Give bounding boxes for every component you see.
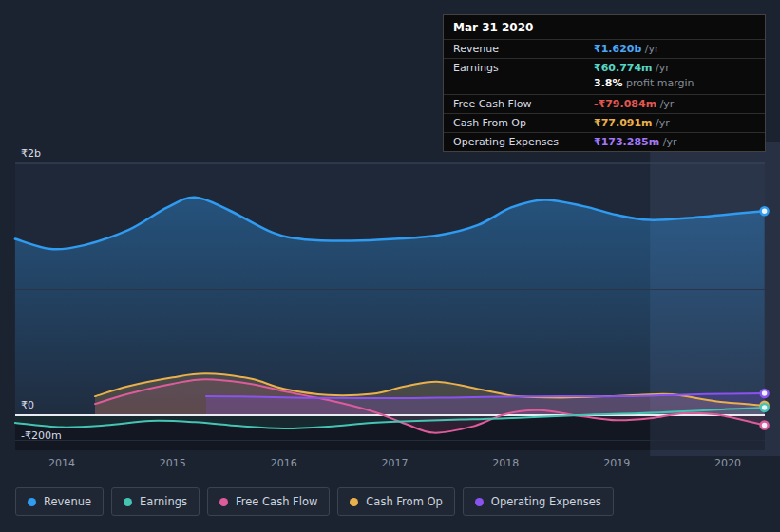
tooltip-row-operating-expenses: Operating Expenses ₹173.285m /yr xyxy=(444,132,765,151)
y-axis-label: -₹200m xyxy=(21,429,62,442)
tooltip-label: Free Cash Flow xyxy=(453,98,594,110)
tooltip-value: ₹1.620b xyxy=(594,43,641,55)
tooltip-suffix: /yr xyxy=(659,136,676,148)
tooltip-value: -₹79.084m xyxy=(594,98,656,110)
tooltip-label: Earnings xyxy=(453,62,594,74)
tooltip-value: ₹173.285m xyxy=(594,136,659,148)
legend-item-revenue[interactable]: Revenue xyxy=(15,487,104,516)
tooltip-row-revenue: Revenue ₹1.620b /yr xyxy=(444,39,765,58)
tooltip-suffix: /yr xyxy=(656,98,674,110)
free-cash-flow-series-dot-icon xyxy=(219,498,228,506)
legend-label: Revenue xyxy=(44,495,91,508)
tooltip-row-cash-from-op: Cash From Op ₹77.091m /yr xyxy=(444,113,765,132)
tooltip-value: 3.8% xyxy=(594,77,623,89)
tooltip-value: ₹60.774m xyxy=(594,62,653,74)
legend-item-earnings[interactable]: Earnings xyxy=(111,487,200,516)
revenue-series-dot-icon xyxy=(28,498,36,506)
legend-label: Earnings xyxy=(140,495,187,508)
cash-from-op-series-dot-icon xyxy=(350,498,358,506)
earnings-series-dot-icon xyxy=(124,498,132,506)
tooltip-suffix: /yr xyxy=(653,62,670,74)
x-axis-label: 2016 xyxy=(271,457,297,469)
x-axis-label: 2020 xyxy=(714,457,741,469)
tooltip-date: Mar 31 2020 xyxy=(444,15,765,39)
legend-item-operating-expenses[interactable]: Operating Expenses xyxy=(463,487,614,516)
chart-legend: Revenue Earnings Free Cash Flow Cash Fro… xyxy=(15,487,614,516)
legend-label: Operating Expenses xyxy=(491,495,601,508)
tooltip-label: Cash From Op xyxy=(453,117,594,129)
tooltip-label: Revenue xyxy=(453,43,594,55)
x-axis-label: 2018 xyxy=(492,457,519,469)
tooltip-label: Operating Expenses xyxy=(453,136,594,148)
operating-expenses-series-dot-icon xyxy=(475,498,484,506)
x-axis-label: 2014 xyxy=(48,457,75,469)
series-endpoint-operating-expenses xyxy=(761,390,769,397)
x-axis-label: 2019 xyxy=(603,457,630,469)
legend-label: Cash From Op xyxy=(366,495,443,508)
legend-item-cash-from-op[interactable]: Cash From Op xyxy=(337,487,455,516)
tooltip-suffix: /yr xyxy=(653,117,670,129)
legend-label: Free Cash Flow xyxy=(236,495,317,508)
tooltip-value: ₹77.091m xyxy=(594,117,653,129)
series-endpoint-free-cash-flow xyxy=(761,422,769,429)
x-axis-label: 2017 xyxy=(382,457,409,469)
y-axis-label: ₹2b xyxy=(21,147,41,160)
tooltip-row-profit-margin: 3.8% profit margin xyxy=(444,77,765,94)
series-endpoint-revenue xyxy=(761,207,769,215)
stock-financials-chart-page: ₹2b₹0-₹200m2014201520162017201820192020 … xyxy=(0,0,780,532)
chart-tooltip: Mar 31 2020 Revenue ₹1.620b /yr Earnings… xyxy=(443,14,766,152)
tooltip-suffix: profit margin xyxy=(623,77,694,89)
tooltip-row-earnings: Earnings ₹60.774m /yr xyxy=(444,58,765,77)
y-axis-label: ₹0 xyxy=(21,399,34,411)
series-endpoint-earnings xyxy=(761,404,769,411)
legend-item-free-cash-flow[interactable]: Free Cash Flow xyxy=(207,487,330,516)
tooltip-row-free-cash-flow: Free Cash Flow -₹79.084m /yr xyxy=(444,94,765,113)
x-axis-label: 2015 xyxy=(160,457,186,469)
tooltip-suffix: /yr xyxy=(641,43,658,55)
